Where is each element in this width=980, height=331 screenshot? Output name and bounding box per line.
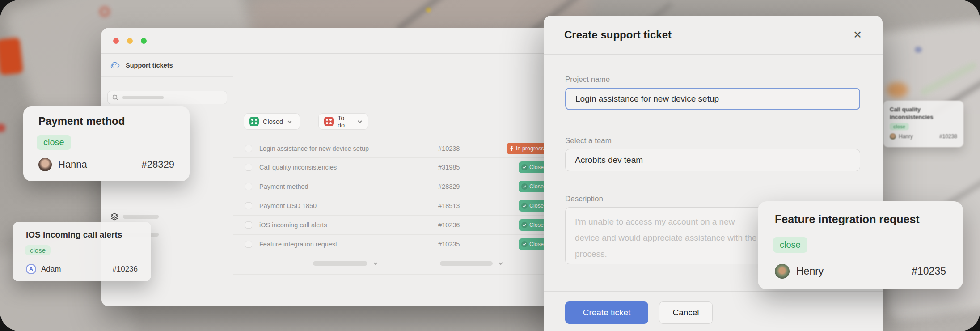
description-label: Description (565, 195, 603, 204)
check-icon (521, 222, 528, 228)
close-badge: close (25, 245, 51, 255)
close-badge: close (773, 237, 807, 253)
close-icon[interactable]: ✕ (853, 30, 862, 40)
pagination-skeleton (313, 261, 368, 266)
project-name-input[interactable]: Login assistance for new device setup (565, 88, 860, 110)
backdrop-yellow-dot (426, 7, 431, 13)
search-input[interactable] (107, 91, 227, 104)
ticket-number: #10236 (438, 221, 460, 229)
chevron-down-icon (498, 262, 503, 265)
avatar (890, 133, 896, 140)
assignee-name: Henry (796, 265, 912, 277)
backdrop-red-shape (0, 123, 5, 132)
minimize-window-button[interactable] (127, 38, 133, 44)
background-ticket-card: Call quality inconsistencies close Hanry… (883, 101, 963, 147)
modal-footer-divider (544, 291, 883, 292)
filter-label: To do (338, 115, 353, 129)
chevron-down-icon (373, 262, 378, 265)
close-badge: close (37, 135, 71, 150)
row-checkbox[interactable] (245, 221, 252, 229)
row-checkbox[interactable] (245, 241, 252, 248)
ticket-number: #31985 (438, 164, 460, 171)
assignee-name: Adam (41, 265, 112, 274)
backdrop-orange-shape (887, 82, 908, 98)
ticket-card-feature-request[interactable]: Feature integration request close Henry … (758, 201, 963, 289)
status-badge: In progress (507, 143, 549, 154)
green-grid-icon (249, 117, 259, 126)
background-card-title: Call quality inconsistencies (890, 106, 957, 121)
ticket-row[interactable]: Login assistance for new device setup#10… (233, 139, 563, 158)
app-header: Support tickets (101, 54, 233, 77)
team-label: Select a team (565, 136, 612, 145)
tickets-main-area: Closed To do Login assistance for new de… (233, 54, 563, 306)
backdrop-red-shape (99, 6, 110, 17)
screenshot-canvas: Call quality inconsistencies close Hanry… (0, 0, 980, 331)
card-title: iOS incoming call alerts (26, 230, 122, 240)
ticket-row[interactable]: Feature integration request#10235Closed (233, 235, 563, 254)
pagination-skeleton (440, 261, 493, 266)
project-name-label: Project name (565, 75, 610, 84)
team-select[interactable]: Acrobits dev team (565, 149, 860, 171)
ticket-name: Call quality inconsistencies (259, 164, 337, 171)
avatar-henry (775, 264, 790, 279)
cancel-button[interactable]: Cancel (659, 301, 713, 324)
ticket-number: #10236 (112, 265, 138, 274)
pin-icon (509, 145, 514, 151)
row-checkbox[interactable] (245, 202, 252, 209)
close-badge: close (890, 123, 909, 130)
check-icon (521, 183, 528, 190)
layers-icon (110, 212, 118, 221)
assignee-name: Hanna (58, 159, 142, 170)
backdrop-orange-shape (0, 38, 23, 76)
search-placeholder-skeleton (122, 96, 164, 99)
row-checkbox[interactable] (245, 145, 252, 152)
chevron-down-icon (287, 120, 292, 123)
ticket-card-payment-method[interactable]: Payment method close Hanna #28329 (23, 106, 190, 181)
close-window-button[interactable] (113, 38, 119, 44)
window-titlebar (101, 28, 563, 54)
ticket-name: iOS incoming call alerts (259, 221, 327, 229)
ticket-row[interactable]: iOS incoming call alerts#10236Closed (233, 216, 563, 235)
avatar-adam: A (26, 264, 36, 274)
chevron-down-icon (357, 120, 363, 123)
nav-label-skeleton (123, 215, 159, 219)
pagination-dropdown-left[interactable] (313, 261, 378, 266)
ticket-number: #10235 (438, 241, 460, 248)
support-tickets-logo-icon (110, 61, 121, 70)
ticket-name: Feature integration request (259, 241, 337, 248)
ticket-row[interactable]: Payment USD 1850#18513Closed (233, 196, 563, 216)
create-ticket-button[interactable]: Create ticket (565, 301, 648, 324)
zoom-window-button[interactable] (141, 38, 147, 44)
sidebar-item-layers[interactable] (110, 212, 159, 221)
backdrop-blue-dot (915, 47, 922, 53)
filter-dropdown-closed[interactable]: Closed (244, 113, 300, 130)
modal-header: Create support ticket ✕ (544, 16, 883, 55)
assignee-name: Hanry (899, 133, 939, 140)
card-title: Feature integration request (775, 213, 920, 226)
row-checkbox[interactable] (245, 164, 252, 171)
filter-label: Closed (263, 118, 283, 125)
ticket-number: #10238 (939, 133, 957, 140)
ticket-row[interactable]: Payment method#28329Closed (233, 177, 563, 196)
ticket-card-ios-alerts[interactable]: iOS incoming call alerts close A Adam #1… (13, 222, 151, 281)
divider (233, 274, 563, 275)
pagination-dropdown-right[interactable] (440, 261, 503, 266)
ticket-number: #10235 (912, 265, 946, 277)
ticket-number: #28329 (142, 159, 174, 170)
avatar-hanna (38, 158, 52, 171)
red-grid-icon (324, 117, 334, 126)
ticket-number: #18513 (438, 202, 460, 209)
ticket-name: Payment method (259, 183, 308, 190)
row-checkbox[interactable] (245, 183, 252, 190)
ticket-name: Login assistance for new device setup (259, 145, 369, 152)
backdrop-streak (919, 61, 978, 97)
check-icon (521, 203, 528, 209)
ticket-number: #28329 (438, 183, 460, 190)
backdrop-streak (395, 0, 459, 33)
modal-title: Create support ticket (564, 29, 853, 41)
search-icon (112, 94, 118, 101)
check-icon (521, 241, 528, 247)
filter-dropdown-todo[interactable]: To do (318, 113, 368, 130)
ticket-row[interactable]: Call quality inconsistencies#31985Closed (233, 158, 563, 177)
app-header-title: Support tickets (126, 62, 173, 69)
